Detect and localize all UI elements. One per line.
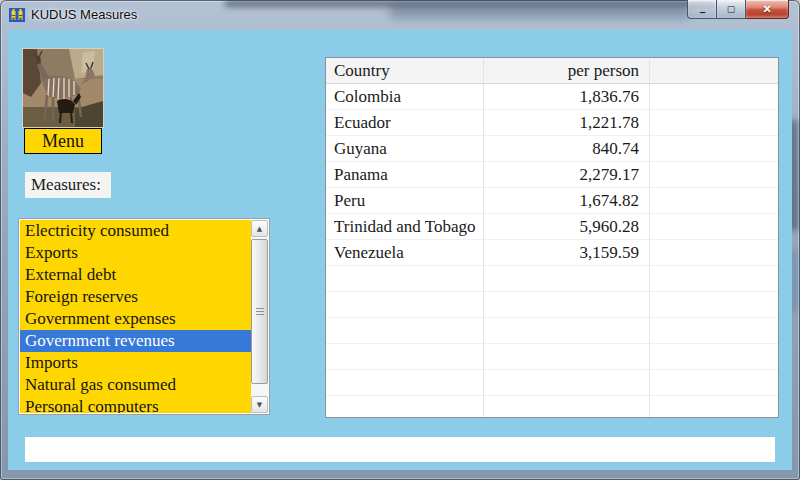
minimize-icon: – <box>699 6 704 18</box>
column-header-per-person[interactable]: per person <box>484 58 650 84</box>
cell-empty <box>650 110 778 136</box>
scroll-up-button[interactable]: ▲ <box>251 220 268 237</box>
cell-country[interactable]: Trinidad and Tobago <box>326 214 484 240</box>
table-row-empty <box>326 292 778 318</box>
cell-empty <box>326 396 484 418</box>
list-item-imports[interactable]: Imports <box>20 352 251 374</box>
table-row-empty <box>326 318 778 344</box>
cell-empty <box>326 292 484 318</box>
scroll-up-icon: ▲ <box>257 225 262 233</box>
status-textbox[interactable] <box>25 437 775 462</box>
scroll-down-icon: ▼ <box>257 401 262 409</box>
kudu-app-icon <box>9 7 25 23</box>
list-item-natural-gas-consumed[interactable]: Natural gas consumed <box>20 374 251 396</box>
scrollbar-grip-icon <box>256 308 264 316</box>
cell-empty <box>326 370 484 396</box>
list-item-personal-computers[interactable]: Personal computers <box>20 396 251 413</box>
cell-empty <box>326 344 484 370</box>
list-item-foreign-reserves[interactable]: Foreign reserves <box>20 286 251 308</box>
close-button[interactable]: ✕ <box>746 0 789 19</box>
minimize-button[interactable]: – <box>687 0 716 19</box>
cell-empty <box>650 136 778 162</box>
table-row-empty <box>326 396 778 418</box>
cell-empty <box>650 344 778 370</box>
cell-empty <box>484 266 650 292</box>
cell-country[interactable]: Ecuador <box>326 110 484 136</box>
menu-button-label: Menu <box>42 131 84 152</box>
cell-empty <box>484 370 650 396</box>
cell-empty <box>650 240 778 266</box>
table-row-empty <box>326 344 778 370</box>
cell-empty <box>650 396 778 418</box>
table-row: Ecuador 1,221.78 <box>326 110 778 136</box>
scrollbar-thumb[interactable] <box>251 239 268 384</box>
cell-empty <box>326 266 484 292</box>
cell-empty <box>650 84 778 110</box>
cell-empty <box>650 266 778 292</box>
cell-empty <box>650 370 778 396</box>
maximize-icon: ▢ <box>727 4 736 14</box>
cell-country[interactable]: Peru <box>326 188 484 214</box>
kudu-photo <box>22 48 104 128</box>
list-item-government-expenses[interactable]: Government expenses <box>20 308 251 330</box>
listbox-scrollbar[interactable]: ▲ ▼ <box>251 220 268 413</box>
measures-listbox: Electricity consumed Exports External de… <box>18 218 270 415</box>
maximize-button[interactable]: ▢ <box>716 0 746 19</box>
table-row: Trinidad and Tobago 5,960.28 <box>326 214 778 240</box>
list-item-government-revenues-selected[interactable]: Government revenues <box>20 330 251 352</box>
cell-per-person[interactable]: 2,279.17 <box>484 162 650 188</box>
table-row-empty <box>326 266 778 292</box>
data-grid: Country per person Colombia 1,836.76 Ecu… <box>325 57 779 418</box>
close-icon: ✕ <box>762 3 771 16</box>
cell-empty <box>650 318 778 344</box>
table-row: Panama 2,279.17 <box>326 162 778 188</box>
column-header-empty <box>650 58 778 84</box>
cell-empty <box>326 318 484 344</box>
cell-empty <box>484 344 650 370</box>
cell-empty <box>484 318 650 344</box>
grid-header-row: Country per person <box>326 58 778 84</box>
measures-label: Measures: <box>25 172 111 198</box>
cell-empty <box>650 292 778 318</box>
table-row: Guyana 840.74 <box>326 136 778 162</box>
measures-list-items: Electricity consumed Exports External de… <box>20 220 251 413</box>
cell-empty <box>484 396 650 418</box>
window-title: KUDUS Measures <box>31 7 137 22</box>
cell-country[interactable]: Guyana <box>326 136 484 162</box>
table-row-empty <box>326 370 778 396</box>
list-item-electricity-consumed[interactable]: Electricity consumed <box>20 220 251 242</box>
cell-per-person[interactable]: 1,674.82 <box>484 188 650 214</box>
list-item-exports[interactable]: Exports <box>20 242 251 264</box>
cell-per-person[interactable]: 1,836.76 <box>484 84 650 110</box>
cell-empty <box>650 188 778 214</box>
cell-empty <box>650 214 778 240</box>
list-item-external-debt[interactable]: External debt <box>20 264 251 286</box>
cell-per-person[interactable]: 1,221.78 <box>484 110 650 136</box>
cell-country[interactable]: Panama <box>326 162 484 188</box>
menu-button[interactable]: Menu <box>24 128 102 154</box>
cell-country[interactable]: Colombia <box>326 84 484 110</box>
cell-empty <box>650 162 778 188</box>
column-header-country[interactable]: Country <box>326 58 484 84</box>
form-client-area: Menu Measures: Electricity consumed Expo… <box>8 30 792 470</box>
cell-country[interactable]: Venezuela <box>326 240 484 266</box>
scroll-down-button[interactable]: ▼ <box>251 396 268 413</box>
cell-per-person[interactable]: 3,159.59 <box>484 240 650 266</box>
window-controls: – ▢ ✕ <box>687 0 789 19</box>
table-row: Colombia 1,836.76 <box>326 84 778 110</box>
table-row: Venezuela 3,159.59 <box>326 240 778 266</box>
cell-per-person[interactable]: 5,960.28 <box>484 214 650 240</box>
app-window: KUDUS Measures – ▢ ✕ <box>0 0 800 480</box>
cell-per-person[interactable]: 840.74 <box>484 136 650 162</box>
table-row: Peru 1,674.82 <box>326 188 778 214</box>
title-bar[interactable]: KUDUS Measures – ▢ ✕ <box>0 0 800 30</box>
cell-empty <box>484 292 650 318</box>
